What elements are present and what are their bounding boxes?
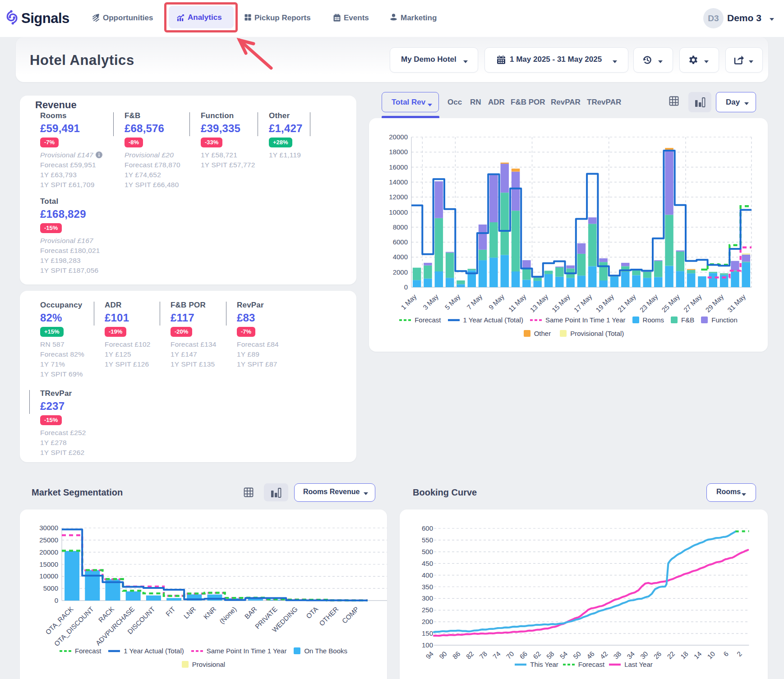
svg-text:6000: 6000 [393,238,408,246]
svg-text:18000: 18000 [389,148,408,156]
svg-text:5 May: 5 May [443,293,462,311]
svg-text:0: 0 [404,283,408,291]
svg-text:OTHER: OTHER [318,605,340,627]
svg-text:13 May: 13 May [528,293,549,314]
svg-text:100: 100 [422,641,433,649]
svg-text:50: 50 [572,650,582,661]
svg-text:0: 0 [55,596,58,604]
svg-text:COMP: COMP [341,605,360,625]
svg-text:21 May: 21 May [616,293,637,314]
svg-text:46: 46 [585,650,596,661]
svg-text:2000: 2000 [393,268,408,276]
svg-text:OTA: OTA [304,605,319,620]
svg-text:74: 74 [491,650,502,661]
svg-text:LNR: LNR [182,605,197,620]
svg-text:300: 300 [422,594,433,602]
svg-text:15 May: 15 May [550,293,572,314]
svg-text:54: 54 [558,650,569,661]
svg-text:4000: 4000 [393,253,408,261]
svg-text:90: 90 [438,650,448,661]
svg-text:KNR: KNR [202,605,218,621]
svg-text:(None): (None) [218,605,238,625]
svg-text:3 May: 3 May [421,293,440,311]
svg-text:7 May: 7 May [465,293,484,311]
svg-text:10: 10 [706,650,716,661]
svg-text:12000: 12000 [389,193,408,201]
svg-text:19 May: 19 May [594,293,615,314]
svg-text:1 May: 1 May [399,293,418,311]
svg-text:27 May: 27 May [682,293,703,314]
svg-text:9 May: 9 May [487,293,506,311]
svg-text:86: 86 [451,650,462,661]
svg-text:500: 500 [422,548,433,555]
svg-text:34: 34 [625,650,636,661]
svg-text:BAR: BAR [243,605,258,620]
svg-text:600: 600 [422,524,433,532]
svg-text:350: 350 [422,583,433,591]
svg-text:OTA_DISCOUNT: OTA_DISCOUNT [53,605,95,647]
svg-text:38: 38 [612,650,623,661]
svg-text:62: 62 [531,650,542,661]
svg-text:6: 6 [722,650,730,658]
svg-text:70: 70 [505,650,516,661]
svg-text:8000: 8000 [393,223,408,231]
svg-text:94: 94 [424,650,435,661]
svg-text:14000: 14000 [389,178,408,186]
svg-text:16000: 16000 [389,163,408,171]
svg-text:22: 22 [665,650,676,661]
svg-text:450: 450 [422,560,433,567]
svg-text:82: 82 [465,650,475,661]
svg-text:30000: 30000 [39,524,58,532]
svg-text:31 May: 31 May [726,293,747,314]
svg-text:11 May: 11 May [507,293,528,313]
svg-text:18: 18 [679,650,690,661]
svg-text:66: 66 [518,650,529,661]
svg-text:15000: 15000 [39,560,58,568]
svg-text:58: 58 [545,650,556,661]
svg-text:14: 14 [692,650,703,661]
svg-text:20000: 20000 [389,133,408,141]
svg-text:550: 550 [422,536,433,544]
svg-text:5000: 5000 [43,584,58,592]
svg-text:RACK: RACK [97,605,115,624]
svg-text:25000: 25000 [39,536,58,544]
svg-text:2: 2 [735,650,743,658]
svg-text:150: 150 [422,629,433,637]
svg-text:250: 250 [422,606,433,614]
svg-text:FIT: FIT [164,605,177,618]
svg-text:20000: 20000 [39,548,58,556]
svg-text:400: 400 [422,571,433,579]
svg-text:26: 26 [652,650,663,661]
svg-text:23 May: 23 May [638,293,659,314]
svg-text:30: 30 [639,650,650,661]
svg-text:10000: 10000 [389,208,408,216]
svg-text:78: 78 [478,650,489,661]
svg-text:200: 200 [422,618,433,625]
svg-text:42: 42 [599,650,609,661]
svg-text:17 May: 17 May [572,293,594,314]
svg-text:10000: 10000 [39,572,58,580]
svg-text:29 May: 29 May [704,293,725,314]
svg-text:25 May: 25 May [660,293,681,314]
